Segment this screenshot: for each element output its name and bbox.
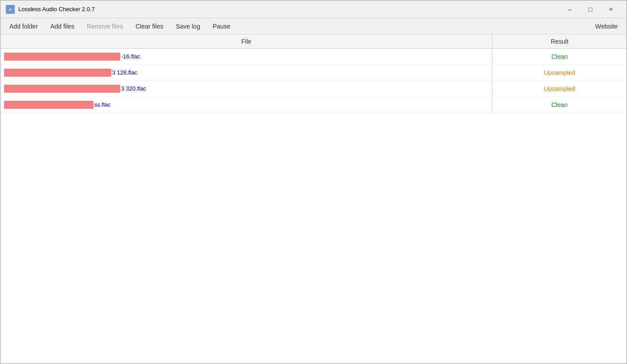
table-row[interactable]: ss.flac Clean	[0, 97, 627, 113]
table-row[interactable]: 3 320.flac Upsampled	[0, 81, 627, 97]
minimize-button[interactable]: –	[560, 2, 580, 17]
cell-file-4: ss.flac	[0, 97, 493, 112]
cell-result-2: Upsampled	[493, 65, 627, 80]
content-area: File Result -16.flac Clean 3 128.flac	[0, 34, 627, 364]
window-title: Lossless Audio Checker 2.0.7	[18, 6, 560, 12]
table-body: -16.flac Clean 3 128.flac Upsampled 3 32…	[0, 49, 627, 364]
menu-website[interactable]: Website	[590, 21, 623, 32]
window-controls: – □ ×	[560, 2, 621, 17]
menu-save-log[interactable]: Save log	[171, 21, 205, 32]
menu-pause[interactable]: Pause	[207, 21, 236, 32]
file-redacted-4	[4, 101, 93, 109]
table-header: File Result	[0, 34, 627, 49]
file-suffix-4: ss.flac	[94, 101, 111, 108]
file-suffix-1: -16.flac	[121, 53, 140, 60]
app-icon: A	[6, 5, 15, 14]
app-window: A Lossless Audio Checker 2.0.7 – □ × Add…	[0, 0, 627, 364]
file-redacted-3	[4, 85, 120, 93]
menu-bar: Add folder Add files Remove files Clear …	[0, 18, 627, 34]
file-redacted-1	[4, 53, 120, 61]
file-suffix-3: 3 320.flac	[121, 85, 146, 92]
cell-file-3: 3 320.flac	[0, 81, 493, 96]
menu-add-files[interactable]: Add files	[45, 21, 80, 32]
menu-remove-files[interactable]: Remove files	[82, 21, 129, 32]
close-button[interactable]: ×	[601, 2, 621, 17]
svg-text:A: A	[9, 8, 12, 12]
app-icon-svg: A	[7, 6, 14, 13]
cell-file-1: -16.flac	[0, 49, 493, 64]
maximize-button[interactable]: □	[580, 2, 601, 17]
cell-result-1: Clean	[493, 49, 627, 64]
column-header-result: Result	[493, 34, 627, 48]
cell-result-4: Clean	[493, 97, 627, 112]
cell-file-2: 3 128.flac	[0, 65, 493, 80]
menu-clear-files[interactable]: Clear files	[130, 21, 168, 32]
table-row[interactable]: 3 128.flac Upsampled	[0, 65, 627, 81]
table-row[interactable]: -16.flac Clean	[0, 49, 627, 65]
cell-result-3: Upsampled	[493, 81, 627, 96]
menu-add-folder[interactable]: Add folder	[4, 21, 43, 32]
column-header-file: File	[0, 34, 493, 48]
title-bar: A Lossless Audio Checker 2.0.7 – □ ×	[0, 0, 627, 18]
file-redacted-2	[4, 69, 111, 77]
file-suffix-2: 3 128.flac	[112, 69, 137, 76]
